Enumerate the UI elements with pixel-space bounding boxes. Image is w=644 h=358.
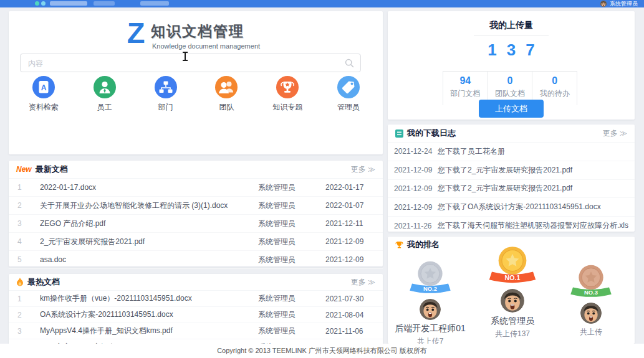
app-logo-icon: Z	[123, 17, 149, 49]
counter-digit: 7	[526, 40, 534, 60]
hot-docs-title: 最热文档	[27, 276, 60, 288]
ranking-title: 我的排名	[407, 239, 440, 250]
stat-value: 0	[532, 75, 577, 87]
counter-digit: 3	[507, 40, 516, 60]
doc-date: 2021-12-11	[325, 219, 383, 228]
row-index: 1	[9, 183, 36, 192]
nav-item-team[interactable]: 团队	[203, 76, 250, 113]
nav-label: 团队	[203, 102, 250, 113]
nav-label: 管理员	[325, 102, 372, 113]
upload-counter: 1 3 7	[474, 35, 549, 60]
row-index: 3	[9, 219, 36, 228]
department-icon	[155, 76, 177, 98]
log-text: 您下载了2_元宇宙发展研究报告2021.pdf	[438, 165, 577, 176]
app-title: 知识文档管理	[151, 22, 244, 41]
rank-upload-count: 共上传137	[469, 329, 556, 339]
doc-name-link[interactable]: ZEGO 产品介绍.pdf	[36, 219, 258, 229]
search-icon[interactable]	[345, 59, 354, 68]
footer-copyright: Copyright © 2013 TEEMLINK 广州市天领网络科技有限公司 …	[0, 344, 644, 358]
table-row: 5 asa.doc 系统管理员 2021-12-09	[9, 251, 383, 269]
table-row: 2 关于开展开业办公场地智能化装修工程的请示 (3)(1).docx 系统管理员…	[9, 197, 383, 215]
knowledge-topic-icon	[276, 76, 299, 98]
stat-label: 团队文档	[488, 88, 532, 99]
doc-date: 2022-01-07	[325, 201, 383, 210]
admin-tag-icon	[337, 76, 360, 98]
nav-item-doc-search[interactable]: A 资料检索	[20, 76, 67, 113]
upload-doc-button[interactable]: 上传文档	[479, 100, 544, 118]
trophy-icon	[395, 241, 403, 249]
doc-date: 2021-07-30	[325, 294, 383, 303]
doc-author: 系统管理员	[258, 293, 325, 304]
doc-date: 2021-11-06	[325, 327, 383, 336]
doc-name-link[interactable]: 2_元宇宙发展研究报告2021.pdf	[36, 237, 258, 247]
nav-item-knowledge-topic[interactable]: 知识专题	[264, 76, 311, 113]
table-row: 2 OA系统设计方案-20211103145951.docx 系统管理员 202…	[9, 307, 383, 323]
list-item: 2021-11-26 您下载了海天伺服节能注塑机驱动器报警对应故障分析.xls	[388, 217, 635, 235]
doc-author: 系统管理员	[258, 237, 325, 247]
rank-upload-count: 共上传7	[388, 336, 473, 344]
ranking-entry-no2[interactable]: NO.2 后端开发工程师01 共上传7	[388, 260, 473, 344]
search-box[interactable]	[20, 54, 361, 72]
avatar	[420, 299, 441, 320]
my-ranking-card: 我的排名 NO.2 后端开发工程师01 共上传7 NO.1	[388, 237, 635, 344]
avatar	[580, 303, 602, 324]
latest-docs-more-link[interactable]: 更多 ≫	[351, 164, 375, 175]
upload-panel-title: 我的上传量	[388, 20, 635, 31]
nav-item-employee[interactable]: 员工	[81, 76, 128, 113]
nav-item-department[interactable]: 部门	[142, 76, 190, 113]
nav-label: 部门	[142, 102, 190, 113]
ranking-entry-no1[interactable]: NO.1 系统管理员 共上传137	[469, 245, 556, 339]
employee-icon	[94, 76, 116, 98]
app-subtitle: Knowledge document management	[152, 42, 260, 50]
doc-author: 系统管理员	[258, 255, 325, 265]
text-cursor	[185, 52, 186, 61]
doc-author: 系统管理员	[258, 200, 325, 211]
download-log-more-link[interactable]: 更多 ≫	[603, 128, 627, 139]
row-index: 1	[9, 294, 36, 303]
doc-date: 2022-01-17	[325, 183, 383, 192]
nav-label: 员工	[81, 102, 128, 113]
log-date: 2021-12-09	[388, 203, 438, 212]
stat-label: 部门文档	[443, 88, 488, 99]
rank-upload-count: 共上传	[549, 327, 633, 337]
table-row: 3 MyAppsV4.4操作手册_知识文档kms.pdf 系统管理员 2021-…	[9, 323, 383, 339]
top-navigation-bar: 系统管理员	[0, 0, 644, 7]
log-date: 2021-12-09	[388, 166, 438, 174]
rank-badge-label: NO.2	[423, 286, 437, 292]
row-index: 2	[9, 311, 36, 319]
search-input[interactable]	[27, 54, 341, 73]
download-log-title: 我的下载日志	[407, 128, 456, 139]
doc-name-link[interactable]: km操作收手册（vue）-20211103145951.docx	[36, 293, 258, 304]
topbar-menu-blur[interactable]	[140, 1, 169, 6]
doc-search-icon: A	[32, 76, 55, 98]
table-row: 1 2022-01-17.docx 系统管理员 2022-01-17	[9, 179, 383, 197]
ranking-entry-no3[interactable]: NO.3 共上传	[549, 264, 633, 337]
topbar-brand-blur	[50, 1, 87, 6]
download-log-card: 我的下载日志 更多 ≫ 2021-12-24 您下载了员工花名册 2021-12…	[388, 125, 635, 232]
table-row: 3 ZEGO 产品介绍.pdf 系统管理员 2021-12-11	[9, 215, 383, 233]
topbar-menu-blur[interactable]	[94, 1, 115, 6]
log-date: 2021-12-24	[388, 147, 438, 156]
stat-label: 我的待办	[532, 88, 577, 99]
hot-docs-more-link[interactable]: 更多 ≫	[351, 277, 375, 288]
doc-name-link[interactable]: OA系统设计方案-20211103145951.docx	[36, 309, 258, 320]
list-item: 2021-12-24 您下载了员工花名册	[388, 143, 635, 161]
list-item: 2021-12-09 您下载了2_元宇宙发展研究报告2021.pdf	[388, 161, 635, 180]
hot-docs-header: 最热文档 更多 ≫	[9, 274, 383, 291]
download-log-header: 我的下载日志 更多 ≫	[388, 125, 635, 143]
log-book-icon	[395, 130, 403, 138]
doc-name-link[interactable]: 2022-01-17.docx	[36, 183, 258, 192]
rank-badge-label: NO.3	[584, 290, 598, 296]
doc-name-link[interactable]: asa.doc	[36, 255, 258, 264]
stat-value: 0	[488, 75, 532, 87]
user-avatar	[600, 1, 607, 7]
topbar-user[interactable]: 系统管理员	[600, 0, 638, 7]
doc-name-link[interactable]: 关于开展开业办公场地智能化装修工程的请示 (3)(1).docx	[36, 200, 258, 211]
topbar-logo-icon	[35, 1, 39, 6]
flame-icon	[16, 278, 24, 286]
doc-name-link[interactable]: MyAppsV4.4操作手册_知识文档kms.pdf	[36, 326, 258, 336]
silver-medal-icon: NO.2	[406, 260, 454, 296]
row-index: 3	[9, 327, 36, 336]
log-text: 您下载了OA系统设计方案-20211103145951.docx	[438, 202, 606, 212]
nav-item-admin[interactable]: 管理员	[325, 76, 372, 113]
